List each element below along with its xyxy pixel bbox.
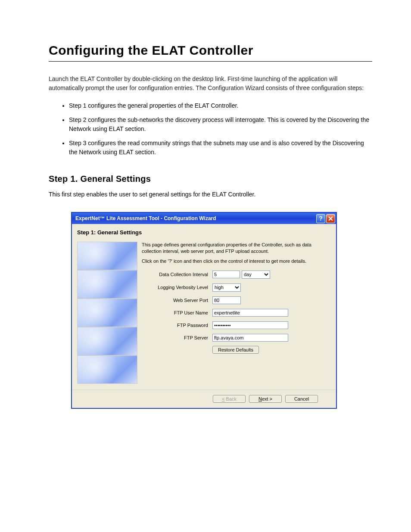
- decorative-image: [77, 327, 137, 355]
- data-interval-label: Data Collection Interval: [142, 272, 210, 277]
- bullet-item: Step 3 configures the read community str…: [69, 139, 372, 157]
- cancel-button[interactable]: Cancel: [285, 395, 318, 403]
- log-level-select[interactable]: high: [212, 283, 241, 292]
- ftp-user-label: FTP User Name: [142, 310, 210, 315]
- nav-divider: [72, 390, 336, 391]
- data-interval-input[interactable]: [212, 271, 240, 278]
- wizard-nav: < Back Next > Cancel: [77, 395, 331, 403]
- web-port-input[interactable]: [212, 296, 241, 304]
- ftp-password-label: FTP Password: [142, 323, 210, 328]
- ftp-server-label: FTP Server: [142, 335, 210, 340]
- back-button[interactable]: < Back: [213, 395, 246, 403]
- wizard-form: This page defines general configuration …: [142, 242, 331, 384]
- window-titlebar[interactable]: ExpertNet™ Lite Assessment Tool - Config…: [72, 213, 336, 224]
- step-description: This first step enables the user to set …: [49, 190, 372, 199]
- wizard-body: Step 1: General Settings This page defin…: [72, 224, 336, 408]
- close-icon[interactable]: [326, 214, 335, 223]
- decorative-image: [77, 270, 137, 299]
- wizard-step-title: Step 1: General Settings: [77, 229, 331, 236]
- bullet-item: Step 1 configures the general properties…: [69, 101, 372, 110]
- wizard-intro-1: This page defines general configuration …: [142, 242, 331, 255]
- decorative-image: [77, 242, 137, 270]
- data-interval-unit-select[interactable]: day: [242, 271, 270, 279]
- decorative-image: [77, 299, 137, 327]
- document-page: Configuring the ELAT Controller Launch t…: [0, 0, 411, 435]
- next-button[interactable]: Next >: [249, 395, 282, 403]
- wizard-intro-2: Click on the '?' icon and then click on …: [142, 258, 331, 264]
- ftp-server-input[interactable]: [212, 334, 288, 342]
- page-title: Configuring the ELAT Controller: [49, 43, 372, 58]
- wizard-side-images: [77, 242, 137, 384]
- step-heading: Step 1. General Settings: [49, 174, 372, 184]
- restore-defaults-button[interactable]: Restore Defaults: [212, 346, 259, 354]
- title-divider: [49, 61, 372, 62]
- ftp-user-input[interactable]: [212, 309, 288, 317]
- bullet-list: Step 1 configures the general properties…: [69, 101, 372, 157]
- intro-paragraph: Launch the ELAT Controller by double-cli…: [49, 75, 372, 93]
- help-icon[interactable]: ?: [316, 214, 325, 223]
- bullet-item: Step 2 configures the sub-networks the d…: [69, 115, 372, 134]
- ftp-password-input[interactable]: [212, 321, 288, 329]
- decorative-image: [77, 355, 137, 384]
- config-wizard-dialog: ExpertNet™ Lite Assessment Tool - Config…: [71, 212, 337, 409]
- window-title: ExpertNet™ Lite Assessment Tool - Config…: [75, 215, 315, 221]
- web-port-label: Web Server Port: [142, 298, 210, 303]
- log-level-label: Logging Verbosity Level: [142, 285, 210, 290]
